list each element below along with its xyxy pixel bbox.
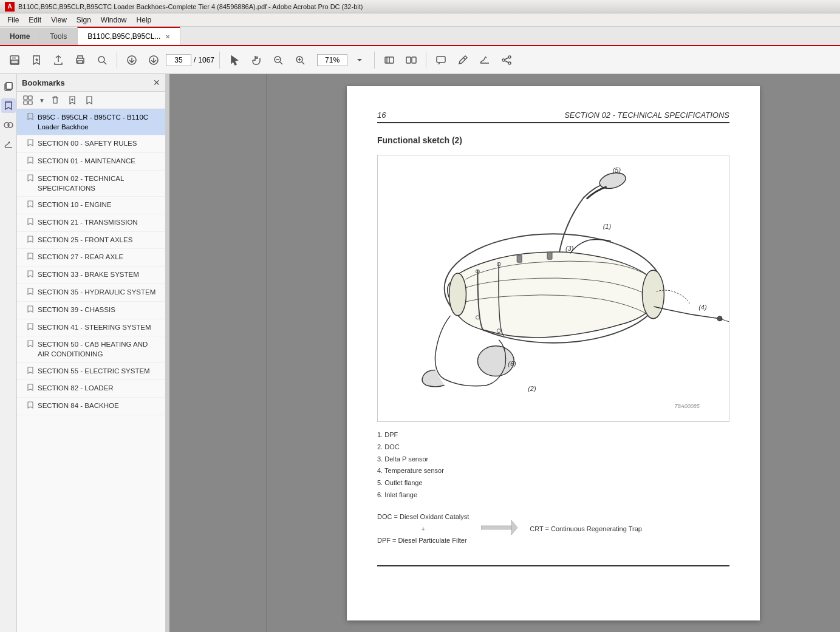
svg-marker-69 [511,520,517,535]
bookmark-item-sec41[interactable]: SECTION 41 - STEERING SYSTEM [17,319,165,337]
bookmark-add-button[interactable]: ★ [27,50,46,70]
pen-button[interactable] [453,50,473,70]
zoom-in-button[interactable] [290,50,310,70]
tab-close-icon[interactable]: ✕ [165,33,170,40]
fit-page-button[interactable] [380,50,399,70]
pdf-page-number: 16 [377,110,386,120]
bookmark-item-sec25[interactable]: SECTION 25 - FRONT AXLES [17,232,165,250]
bookmark-label-sec02: SECTION 02 - TECHNICAL SPECIFICATIONS [38,174,160,193]
svg-rect-41 [24,101,27,104]
arrow-icon [481,520,517,538]
bookmark-item-sec55[interactable]: SECTION 55 - ELECTRIC SYSTEM [17,363,165,381]
pdf-header: 16 SECTION 02 - TECHNICAL SPECIFICATIONS [377,110,729,123]
svg-text:(6): (6) [508,360,516,367]
bookmark-icon-sec35 [27,288,34,298]
toolbar-separator-1 [117,52,117,69]
menu-window[interactable]: Window [96,15,132,25]
bookmark-label-sec82: SECTION 82 - LOADER [38,383,114,393]
svg-line-26 [463,58,465,59]
bookmark-item-main[interactable]: B95C - B95CLR - B95CTC - B110C Loader Ba… [17,109,165,135]
zoom-out-button[interactable] [268,50,288,70]
page-number-input[interactable] [166,54,191,66]
select-tool-button[interactable] [225,50,244,70]
svg-text:★: ★ [35,57,39,63]
svg-text:(5): (5) [613,166,621,174]
menu-sign[interactable]: Sign [72,15,96,25]
svg-point-53 [717,316,722,321]
svg-rect-6 [78,61,83,63]
upload-button[interactable] [49,50,68,70]
svg-text:(4): (4) [698,304,706,311]
page-total: 1067 [198,56,214,64]
pdf-viewer[interactable]: 16 SECTION 02 - TECHNICAL SPECIFICATIONS… [267,74,840,632]
next-page-button[interactable] [144,50,163,70]
bookmark-label-sec21: SECTION 21 - TRANSMISSION [38,217,138,227]
prev-page-button[interactable] [122,50,142,70]
left-icon-link[interactable] [1,118,16,132]
bookmark-delete-button[interactable] [49,95,62,106]
bookmark-item-sec21[interactable]: SECTION 21 - TRANSMISSION [17,214,165,232]
bookmark-item-sec33[interactable]: SECTION 33 - BRAKE SYSTEM [17,267,165,284]
tab-bar: Home Tools B110C,B95C,B95CL... ✕ [0,27,840,46]
tab-tools[interactable]: Tools [40,28,77,45]
bookmark-item-sec10[interactable]: SECTION 10 - ENGINE [17,197,165,214]
bookmark-item-sec01[interactable]: SECTION 01 - MAINTENANCE [17,153,165,171]
zoom-control [317,50,369,70]
tab-document[interactable]: B110C,B95C,B95CL... ✕ [77,27,180,45]
print-button[interactable] [70,50,90,70]
bookmark-label-sec35: SECTION 35 - HYDRAULIC SYSTEM [38,287,155,297]
bookmark-item-sec35[interactable]: SECTION 35 - HYDRAULIC SYSTEM [17,284,165,302]
pdf-footer-line [377,565,729,566]
bookmark-item-sec82[interactable]: SECTION 82 - LOADER [17,380,165,398]
svg-line-19 [302,62,304,64]
comment-button[interactable] [431,50,451,70]
toolbar-separator-3 [374,52,375,69]
menu-edit[interactable]: Edit [24,15,46,25]
bookmark-icon-sec55 [27,367,34,377]
svg-rect-24 [412,57,416,63]
bookmark-expand-button[interactable] [21,94,35,106]
bookmark-item-sec50[interactable]: SECTION 50 - CAB HEATING AND AIR CONDITI… [17,336,165,362]
bookmark-label-sec50: SECTION 50 - CAB HEATING AND AIR CONDITI… [38,339,160,359]
bookmark-item-sec39[interactable]: SECTION 39 - CHASSIS [17,302,165,319]
svg-rect-42 [29,101,32,104]
tab-home-label: Home [10,32,30,41]
zoom-input[interactable] [317,54,347,66]
legend-item-3: 3. Delta P sensor [377,454,729,466]
dpf-equation: DPF = Diesel Particulate Filter [377,535,469,547]
bookmark-options-button[interactable] [83,95,96,106]
sidebar-close-button[interactable]: ✕ [153,78,160,87]
hand-tool-button[interactable] [247,50,266,70]
bookmark-item-sec00[interactable]: SECTION 00 - SAFETY RULES [17,135,165,153]
bookmark-new-button[interactable] [66,95,79,106]
bookmark-item-sec02[interactable]: SECTION 02 - TECHNICAL SPECIFICATIONS [17,171,165,197]
left-icon-copy[interactable] [1,79,16,93]
svg-rect-68 [481,526,511,529]
pdf-legend: 1. DPF 2. DOC 3. Delta P sensor 4. Tempe… [377,429,729,501]
bookmark-label-sec10: SECTION 10 - ENGINE [38,200,111,209]
search-button[interactable] [92,50,112,70]
sign-button[interactable] [475,50,494,70]
menu-view[interactable]: View [46,15,72,25]
bookmark-item-sec27[interactable]: SECTION 27 - REAR AXLE [17,249,165,267]
zoom-dropdown-button[interactable] [350,50,369,70]
page-left-area [169,74,267,632]
pdf-equations: DOC = Diesel Oxidant Catalyst + DPF = Di… [377,511,729,547]
bookmark-label-sec41: SECTION 41 - STEERING SYSTEM [38,322,151,332]
bookmark-item-sec84[interactable]: SECTION 84 - BACKHOE [17,398,165,415]
menu-file[interactable]: File [2,15,24,25]
window-title: B110C,B95C,B95CLR,B95CTC Loader Backhoes… [18,3,363,10]
adjust-pages-button[interactable] [401,50,421,70]
legend-item-4: 4. Temperature sensor [377,465,729,477]
bookmark-icon-sec41 [27,323,34,333]
svg-line-32 [505,61,508,63]
left-icon-signature[interactable] [1,137,16,152]
toolbar-separator-4 [426,52,426,69]
tab-home[interactable]: Home [0,28,40,45]
save-button[interactable] [5,50,24,70]
share-button[interactable] [497,50,516,70]
left-icon-bookmark[interactable] [1,98,16,113]
bookmark-icon-sec25 [27,236,34,246]
svg-rect-23 [406,57,411,63]
menu-help[interactable]: Help [132,15,157,25]
